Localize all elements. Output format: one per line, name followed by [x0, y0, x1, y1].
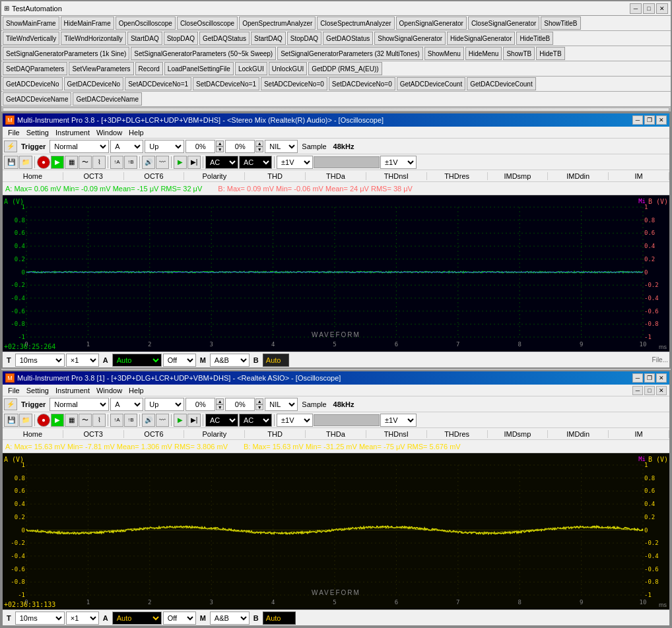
osc1-text-b-up[interactable]: ↑B [124, 156, 137, 169]
hide-signal-gen-button[interactable]: HideSignalGenerator [447, 32, 515, 45]
osc2-play-btn[interactable]: ▶ [51, 414, 64, 427]
osc1-menu-help[interactable]: Help [126, 129, 147, 137]
get-daq-status-button[interactable]: GetDAQStatus [199, 32, 250, 45]
osc2-text-b-up[interactable]: ↑B [124, 414, 137, 427]
hide-menu-button[interactable]: HideMenu [465, 47, 502, 60]
osc1-minimize[interactable]: ─ [632, 115, 643, 125]
osc1-folder-icon[interactable]: 📁 [19, 156, 32, 169]
osc2-menu-instrument[interactable]: Instrument [53, 387, 92, 394]
tile-horizontally-button[interactable]: TileWndHorizontally [61, 32, 126, 45]
set-sig-gen-multi-button[interactable]: SetSignalGeneratorParameters (32 MultiTo… [277, 47, 423, 60]
osc2-record-btn[interactable]: ● [37, 414, 50, 427]
show-menu-button[interactable]: ShowMenu [424, 47, 464, 60]
osc1-level1-up[interactable]: ▲ [216, 141, 224, 146]
osc1-waveform-canvas[interactable] [3, 195, 669, 352]
osc2-meas-oct6[interactable]: OCT6 [124, 430, 185, 438]
osc1-meas-imddin[interactable]: IMDdin [548, 172, 609, 180]
osc1-meas-thd[interactable]: THD [245, 172, 306, 180]
set-sig-gen-1k-button[interactable]: SetSignalGeneratorParameters (1k Sine) [3, 47, 129, 60]
show-main-frame-button[interactable]: ShowMainFrame [3, 16, 59, 30]
osc2-mode-select[interactable]: Normal [50, 398, 109, 411]
osc1-menu-setting[interactable]: Setting [24, 129, 51, 137]
osc1-run-btn[interactable]: ▶ [174, 156, 187, 169]
osc2-off-select[interactable]: Off [163, 612, 196, 625]
osc2-level2-down[interactable]: ▼ [255, 404, 263, 410]
osc2-mult-select[interactable]: ×1 [66, 612, 99, 625]
osc1-save-icon[interactable]: 💾 [4, 156, 18, 169]
osc1-timebase-select[interactable]: 10ms [15, 354, 65, 367]
record-button[interactable]: Record [135, 62, 163, 75]
get-dac-device-no-button[interactable]: GetDACDeviceNo [64, 77, 124, 90]
close-spectrum-button[interactable]: CloseSpectrumAnalyzer [317, 16, 394, 30]
get-ddp-button[interactable]: GetDDP (RMS_A(EU)) [308, 62, 382, 75]
osc1-m-mode-select[interactable]: A&B [210, 354, 250, 367]
osc2-meas-im[interactable]: IM [609, 430, 669, 438]
set-sig-gen-sweep-button[interactable]: SetSignalGeneratorParameters (50~5k Swee… [131, 47, 276, 60]
osc2-close[interactable]: ✕ [656, 373, 667, 383]
load-panel-setting-button[interactable]: LoadPanelSettingFile [164, 62, 234, 75]
set-view-params-button[interactable]: SetViewParameters [69, 62, 133, 75]
osc1-meas-thdnsl[interactable]: THDnsI [366, 172, 427, 180]
osc2-menu-window[interactable]: Window [94, 387, 125, 394]
close-button[interactable]: ✕ [656, 3, 668, 14]
osc1-coupling-a-select[interactable]: AC [205, 156, 238, 169]
osc2-meas-thdnsl[interactable]: THDnsI [366, 430, 427, 438]
osc1-off-select[interactable]: Off [163, 354, 196, 367]
open-oscilloscope-button[interactable]: OpenOscilloscope [116, 16, 176, 30]
get-adc-count-button[interactable]: GetADCDeviceCount [397, 77, 465, 90]
osc2-coupling-a-select[interactable]: AC [205, 414, 238, 427]
get-dac-name-button[interactable]: GetDACDeviceName [73, 92, 141, 106]
set-dac-0-button[interactable]: SetDACDeviceNo=0 [329, 77, 395, 90]
osc1-text-a-up[interactable]: ↑A [110, 156, 123, 169]
start-dao-button[interactable]: StartDAQ [251, 32, 286, 45]
osc1-speaker-icon[interactable]: 🔊 [142, 156, 155, 169]
set-adc-0-button[interactable]: SetADCDeviceNo=0 [261, 77, 327, 90]
osc2-run-btn[interactable]: ▶ [174, 414, 187, 427]
osc1-slope-select[interactable]: Up [145, 140, 184, 153]
lock-gui-button[interactable]: LockGUI [235, 62, 267, 75]
osc1-meas-imdsmp[interactable]: IMDsmp [488, 172, 549, 180]
maximize-button[interactable]: □ [643, 3, 655, 14]
osc1-menu-instrument[interactable]: Instrument [53, 129, 92, 137]
get-adc-device-no-button[interactable]: GetADCDeviceNo [3, 77, 63, 90]
osc1-restore[interactable]: ❐ [644, 115, 655, 125]
osc1-level1-input[interactable] [185, 140, 215, 153]
osc1-play-btn[interactable]: ▶ [51, 156, 64, 169]
osc2-extra-btn1[interactable]: ─ [632, 386, 643, 395]
osc2-meas-thdres[interactable]: THDres [427, 430, 488, 438]
osc2-step-btn[interactable]: ▶| [187, 414, 201, 427]
osc2-level2-spinner[interactable]: ▲ ▼ [255, 398, 263, 410]
stop-dao-button[interactable]: StopDAQ [287, 32, 321, 45]
osc2-channel-select[interactable]: A [110, 398, 143, 411]
hide-tb-button[interactable]: HideTB [536, 47, 564, 60]
set-dac-1-button[interactable]: SetDACDeviceNo=1 [193, 77, 259, 90]
set-daq-params-button[interactable]: SetDAQParameters [3, 62, 67, 75]
osc1-volts-b-select[interactable]: ±1V [380, 156, 417, 169]
osc2-meas-imdsmp[interactable]: IMDsmp [488, 430, 549, 438]
show-signal-gen-button[interactable]: ShowSignalGenerator [374, 32, 446, 45]
osc1-step-btn[interactable]: ▶| [187, 156, 201, 169]
osc2-level2-input[interactable] [225, 398, 255, 411]
open-signal-gen-button[interactable]: OpenSignalGenerator [396, 16, 467, 30]
minimize-button[interactable]: ─ [630, 3, 642, 14]
get-dao-status-button[interactable]: GetDAOStatus [323, 32, 373, 45]
osc2-volts-a-select[interactable]: ±1V [277, 414, 313, 427]
set-adc-1-button[interactable]: SetADCDeviceNo=1 [125, 77, 191, 90]
osc2-level1-input[interactable] [185, 398, 215, 411]
osc2-level1-up[interactable]: ▲ [216, 398, 224, 404]
hide-title-b-button[interactable]: HideTitleB [516, 32, 553, 45]
osc2-coupling-b-select[interactable]: AC [239, 414, 272, 427]
osc1-meas-polarity[interactable]: Polarity [184, 172, 245, 180]
show-title-b-button[interactable]: ShowTitleB [541, 16, 580, 30]
osc1-nil-select[interactable]: NIL [265, 140, 298, 153]
stop-daq-button[interactable]: StopDAQ [164, 32, 198, 45]
osc2-level1-spinner[interactable]: ▲ ▼ [216, 398, 224, 410]
unlock-gui-button[interactable]: UnlockGUI [269, 62, 307, 75]
osc1-coupling-b-select[interactable]: AC [239, 156, 272, 169]
osc1-canvas[interactable]: A (V) B (V) Mi +02:36:25:264 WAVEFORM ms [3, 195, 669, 352]
osc2-canvas[interactable]: A (V) B (V) Mi +02:36:31:133 WAVEFORM ms [3, 453, 669, 610]
osc2-nil-select[interactable]: NIL [265, 398, 298, 411]
osc1-close[interactable]: ✕ [656, 115, 667, 125]
osc1-level2-down[interactable]: ▼ [255, 146, 263, 152]
osc2-waveform-canvas[interactable] [3, 453, 669, 610]
